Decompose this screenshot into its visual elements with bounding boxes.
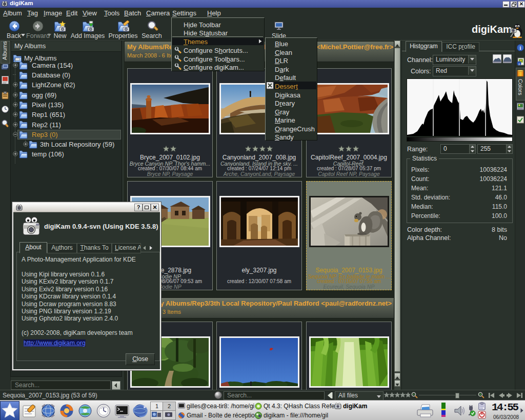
- svg-text:i: i: [520, 45, 521, 51]
- svg-text:i: i: [519, 62, 520, 66]
